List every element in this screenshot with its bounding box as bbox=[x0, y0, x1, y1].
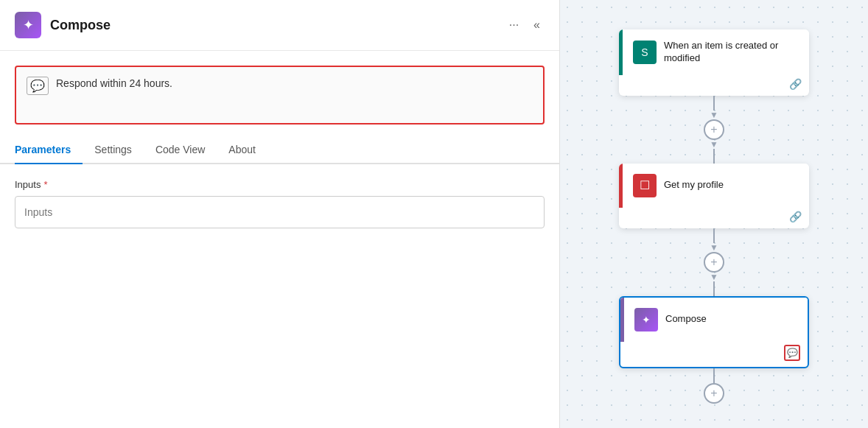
note-icon: 💬 bbox=[27, 77, 49, 95]
arrow-1: ▼ bbox=[710, 110, 718, 119]
add-step-3-button[interactable]: + bbox=[704, 383, 724, 404]
connector-line-2b bbox=[713, 281, 715, 296]
note-text: Respond within 24 hours. bbox=[56, 76, 172, 91]
compose-card-header: ✦ Compose bbox=[620, 298, 808, 342]
flow-container: S When an item is created or modified 🔗 … bbox=[619, 29, 809, 404]
collapse-button[interactable]: « bbox=[529, 15, 545, 35]
required-indicator: * bbox=[43, 179, 47, 190]
compose-card[interactable]: ✦ Compose 💬 bbox=[619, 296, 809, 368]
arrow-2b: ▼ bbox=[710, 273, 718, 281]
compose-flow-icon: ✦ bbox=[634, 308, 658, 331]
trigger-card-footer: 🔗 bbox=[619, 75, 809, 96]
inputs-field[interactable] bbox=[15, 196, 545, 228]
panel-header: ✦ Compose ··· « bbox=[0, 0, 559, 51]
profile-card-footer: 🔗 bbox=[619, 208, 809, 228]
tab-code-view[interactable]: Code View bbox=[155, 136, 217, 164]
tabs-bar: Parameters Settings Code View About bbox=[0, 136, 559, 164]
inputs-label: Inputs * bbox=[15, 179, 545, 190]
trigger-link-icon[interactable]: 🔗 bbox=[789, 78, 802, 90]
inputs-section: Inputs * bbox=[0, 179, 559, 228]
trigger-card-header: S When an item is created or modified bbox=[619, 29, 809, 75]
profile-card[interactable]: ☐ Get my profile 🔗 bbox=[619, 164, 809, 228]
trigger-icon: S bbox=[633, 41, 657, 64]
connector-line-3 bbox=[713, 368, 715, 383]
profile-title: Get my profile bbox=[664, 179, 724, 192]
arrow-2: ▼ bbox=[710, 243, 718, 252]
trigger-title: When an item is created or modified bbox=[664, 40, 799, 65]
compose-header-icon: ✦ bbox=[15, 12, 41, 38]
header-actions: ··· « bbox=[505, 15, 545, 35]
profile-card-header: ☐ Get my profile bbox=[619, 164, 809, 208]
connector-line-1b bbox=[713, 149, 715, 164]
add-step-1-button[interactable]: + bbox=[704, 119, 724, 140]
connector-3: + bbox=[704, 368, 724, 404]
panel-title: Compose bbox=[50, 18, 496, 33]
note-box: 💬 Respond within 24 hours. bbox=[15, 66, 545, 124]
trigger-card[interactable]: S When an item is created or modified 🔗 bbox=[619, 29, 809, 96]
connector-line-1 bbox=[713, 96, 715, 110]
connector-2: ▼ + ▼ bbox=[704, 228, 724, 296]
tab-about[interactable]: About bbox=[228, 136, 267, 164]
right-panel: S When an item is created or modified 🔗 … bbox=[560, 0, 868, 428]
profile-link-icon[interactable]: 🔗 bbox=[789, 211, 802, 222]
profile-icon: ☐ bbox=[633, 174, 657, 197]
compose-title: Compose bbox=[665, 313, 707, 326]
arrow-1b: ▼ bbox=[710, 140, 718, 149]
left-panel: ✦ Compose ··· « 💬 Respond within 24 hour… bbox=[0, 0, 560, 428]
add-step-2-button[interactable]: + bbox=[704, 252, 724, 273]
compose-card-footer: 💬 bbox=[620, 342, 808, 367]
tab-parameters[interactable]: Parameters bbox=[15, 136, 83, 164]
connector-1: ▼ + ▼ bbox=[704, 96, 724, 164]
tab-settings[interactable]: Settings bbox=[94, 136, 144, 164]
compose-note-icon[interactable]: 💬 bbox=[784, 345, 800, 361]
more-options-button[interactable]: ··· bbox=[505, 15, 523, 35]
connector-line-2 bbox=[713, 228, 715, 243]
